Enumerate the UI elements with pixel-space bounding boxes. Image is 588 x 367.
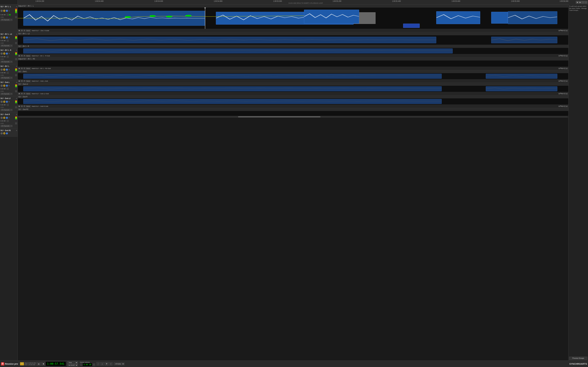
track1-waveform-area[interactable] (18, 8, 568, 29)
volume-plus-btn[interactable]: + (93, 363, 95, 366)
track-mute-7[interactable]: M (3, 117, 5, 119)
track-solo-6[interactable]: S (6, 100, 8, 103)
volume-knob[interactable] (80, 364, 82, 366)
timeline-labels[interactable]: 1:00:54.200 1:00:54.400 1:00:54.600 1:00… (35, 0, 576, 4)
track-pan-plus-6[interactable]: + (15, 106, 17, 108)
track-solo-7[interactable]: S (6, 117, 8, 119)
track4-loop-btn[interactable]: ↺ (23, 67, 25, 69)
track1-clip-far[interactable] (436, 11, 480, 24)
scrollbar-thumb-h[interactable] (238, 116, 320, 117)
track4-play-btn[interactable]: ▶ (18, 67, 20, 69)
track7-play-btn[interactable]: ▶ (18, 105, 20, 107)
track3-clip-main[interactable] (23, 49, 453, 53)
track6-loop-btn[interactable]: ↺ (23, 93, 25, 95)
track4-pitch-down[interactable]: ▼ (564, 68, 566, 69)
track5-clip-right[interactable] (486, 74, 557, 79)
track6-pitch-up[interactable]: ▲ (566, 93, 568, 94)
scrollbar-track-h[interactable] (18, 116, 568, 117)
track4-pitch-up[interactable]: ▲ (566, 68, 568, 69)
track-expand-5[interactable]: ≡ (16, 81, 17, 83)
track-vol-minus-6[interactable]: – (7, 104, 9, 106)
extra-btn[interactable]: × (109, 362, 112, 366)
track-channels-plus-6[interactable]: + (10, 109, 12, 111)
track-vol-minus-5[interactable]: – (7, 88, 9, 90)
track1-clip-right[interactable] (304, 10, 359, 24)
track-mute-1[interactable]: M (3, 10, 5, 12)
track-expand-1[interactable]: ≡ (16, 6, 17, 8)
track-power-3[interactable]: ○ (0, 52, 3, 55)
top-ctrl-btn-3[interactable]: ↑ (582, 1, 584, 4)
track-expand-2[interactable]: ≡ (16, 33, 17, 35)
track6-clip-right[interactable] (486, 86, 557, 91)
track6-waveform-area[interactable] (18, 86, 568, 92)
track2-clip-main[interactable] (23, 37, 436, 43)
track-power-4[interactable]: ○ (0, 68, 3, 71)
track7-pitch-down[interactable]: ▼ (564, 106, 566, 107)
settings-btn[interactable]: ⚙ (105, 362, 109, 366)
track1-clip-vfar[interactable] (491, 12, 508, 24)
track4-waveform-area[interactable] (18, 60, 568, 67)
track-channels-plus-4[interactable]: + (10, 77, 12, 79)
track6-play-btn[interactable]: ▶ (18, 93, 20, 95)
track3-pitch-down[interactable]: ▼ (564, 55, 566, 57)
track-mute-4[interactable]: M (3, 68, 5, 71)
track1-loop-btn[interactable]: ↺ (23, 30, 25, 32)
track-pan-plus-4[interactable]: + (15, 74, 17, 76)
track3-pause-btn[interactable]: ⏸ (21, 55, 23, 57)
top-ctrl-btn-1[interactable]: ◀ (576, 1, 579, 4)
track-channels-btn-6[interactable]: All Channels (0, 109, 10, 111)
track-pan-plus-5[interactable]: + (15, 90, 17, 92)
track1-clip-end[interactable] (508, 11, 557, 24)
track7-waveform-area[interactable] (18, 98, 568, 105)
track6-pause-btn[interactable]: ⏸ (21, 93, 23, 95)
track-channels-plus-2[interactable]: + (10, 45, 12, 47)
track7-pitch-up[interactable]: ▲ (566, 106, 568, 107)
track3-waveform-area[interactable] (18, 48, 568, 54)
track5-pitch-up[interactable]: ▲ (566, 80, 568, 82)
track8-waveform-area[interactable] (18, 111, 568, 116)
track-vol-minus-3[interactable]: – (7, 56, 9, 58)
track-expand-4[interactable]: ≡ (16, 65, 17, 67)
track-solo-4[interactable]: S (6, 68, 8, 71)
track-pan-plus-7[interactable]: + (15, 122, 17, 124)
midi-btn[interactable]: ♫ (100, 362, 104, 366)
track5-pause-btn[interactable]: ⏸ (21, 80, 23, 82)
track1-small-handle[interactable] (403, 24, 420, 28)
all-notes-dropdown[interactable]: All Notes (114, 363, 124, 365)
track-power-5[interactable]: ○ (0, 84, 3, 87)
rewind-btn[interactable]: ⏮ (37, 362, 41, 366)
track-solo-5[interactable]: S (6, 84, 8, 87)
track3-pitch-up[interactable]: ▲ (566, 55, 568, 57)
track-channels-btn-7[interactable]: All Channels (0, 125, 10, 127)
track-power-1[interactable]: ○ (0, 10, 3, 12)
track-channels-btn-5[interactable]: All Channels (0, 93, 10, 95)
metronome-btn[interactable]: ♩ (96, 362, 100, 366)
track2-waveform-area[interactable] (18, 35, 568, 45)
track7-loop-btn[interactable]: ↺ (23, 105, 25, 107)
track-channels-plus-3[interactable]: + (10, 61, 12, 63)
track-channels-plus-7[interactable]: + (10, 125, 12, 127)
track5-clip-main[interactable] (23, 74, 442, 79)
track7-pause-btn[interactable]: ⏸ (21, 105, 23, 107)
track-power-6[interactable]: ○ (0, 100, 3, 103)
track8-scrollbar[interactable] (18, 116, 568, 117)
track-power-8[interactable]: ○ (0, 132, 3, 134)
track-mute-8[interactable]: M (3, 132, 5, 134)
track-channels-btn-1[interactable]: All Channels (0, 19, 10, 21)
track-expand-7[interactable]: ≡ (16, 114, 17, 115)
scroll-dropdown[interactable]: No Scroll (67, 364, 78, 367)
track-solo-8[interactable]: S (6, 132, 8, 134)
track2-clip-right[interactable] (491, 37, 557, 43)
top-ctrl-btn-4[interactable]: ↓ (585, 1, 587, 4)
track-expand-8[interactable]: ≡ (16, 130, 17, 131)
track1-play-btn[interactable]: ▶ (18, 30, 20, 32)
track1-clip-main[interactable] (23, 11, 205, 26)
process-groups-button[interactable]: Process Groups (569, 357, 587, 360)
track-expand-6[interactable]: ≡ (16, 98, 17, 99)
track-vol-minus-4[interactable]: – (7, 72, 9, 74)
track5-waveform-area[interactable] (18, 73, 568, 79)
time-dropdown[interactable]: Time (67, 361, 78, 364)
track3-play-btn[interactable]: ▶ (18, 55, 20, 57)
track-pan-plus-2[interactable]: + (15, 42, 17, 44)
track-pan-plus-3[interactable]: + (15, 58, 17, 60)
